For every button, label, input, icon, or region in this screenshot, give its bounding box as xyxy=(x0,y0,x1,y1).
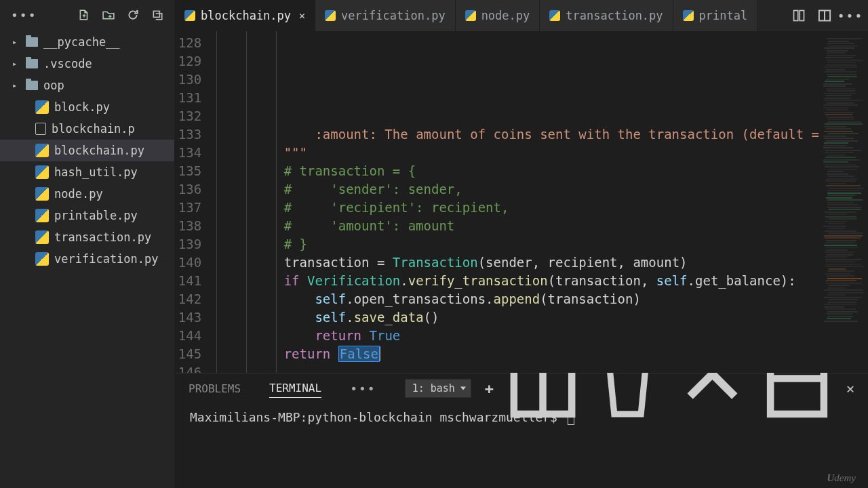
code-line[interactable]: # transaction = { xyxy=(222,162,819,180)
file-label: verification.py xyxy=(54,252,174,266)
file-blockchain.p[interactable]: blockchain.p xyxy=(0,118,174,140)
file-label: blockchain.p xyxy=(52,122,174,136)
code-line[interactable]: transaction = Transaction(sender, recipi… xyxy=(222,253,819,272)
split-editor-icon[interactable] xyxy=(818,9,831,22)
editor-tab-actions: ••• xyxy=(781,0,868,31)
chevron-right-icon: ▸ xyxy=(12,37,20,47)
folder-icon xyxy=(26,37,38,47)
code-line[interactable]: # 'recipient': recipient, xyxy=(222,199,819,217)
editor-tabs: blockchain.py✕ verification.py node.py t… xyxy=(175,0,868,31)
file-label: transaction.py xyxy=(54,230,174,244)
python-icon xyxy=(325,10,336,21)
chevron-right-icon: ▸ xyxy=(12,59,20,68)
refresh-icon[interactable] xyxy=(127,9,139,21)
folder-.vscode[interactable]: ▸ .vscode xyxy=(0,53,174,75)
folder-label: __pycache__ xyxy=(43,35,174,49)
terminal-selector[interactable]: 1: bash xyxy=(405,379,471,398)
code-line[interactable]: # 'amount': amount xyxy=(222,217,819,235)
tab-printal[interactable]: printal xyxy=(673,0,758,31)
code-line[interactable]: # 'sender': sender, xyxy=(222,180,819,199)
python-icon xyxy=(465,10,476,21)
python-icon xyxy=(35,252,49,266)
terminal-cursor xyxy=(568,411,574,425)
python-icon xyxy=(35,230,49,244)
tab-label: blockchain.py xyxy=(201,9,291,22)
more-actions-icon[interactable]: ••• xyxy=(844,9,857,22)
tab-node.py[interactable]: node.py xyxy=(456,0,540,31)
code-line[interactable]: """ xyxy=(222,144,819,162)
python-icon xyxy=(35,165,49,179)
new-terminal-icon[interactable]: + xyxy=(485,380,494,397)
file-tree[interactable]: ▸ __pycache__▸ .vscode▸ oopblock.pyblock… xyxy=(0,30,174,488)
folder-label: oop xyxy=(43,79,174,92)
file-blockchain.py[interactable]: blockchain.py xyxy=(0,140,174,161)
code-line[interactable]: self.open_transactions.append(transactio… xyxy=(222,290,819,308)
chevron-right-icon: ▸ xyxy=(12,81,20,90)
tab-label: node.py xyxy=(481,9,530,22)
code-editor[interactable]: 1281291301311321331341351361371381391401… xyxy=(175,31,868,373)
tab-terminal[interactable]: TERMINAL xyxy=(269,379,321,398)
tab-label: verification.py xyxy=(341,9,446,22)
line-gutter: 1281291301311321331341351361371381391401… xyxy=(175,31,216,373)
svg-rect-0 xyxy=(153,11,159,17)
code-line[interactable]: return True xyxy=(222,327,819,345)
code-line[interactable]: self.save_data() xyxy=(222,308,819,327)
editor-area: blockchain.py✕ verification.py node.py t… xyxy=(175,0,868,488)
file-hash_util.py[interactable]: hash_util.py xyxy=(0,161,174,183)
code-line[interactable] xyxy=(222,363,819,373)
file-printable.py[interactable]: printable.py xyxy=(0,205,174,226)
new-file-icon[interactable] xyxy=(78,9,90,21)
python-icon xyxy=(35,100,49,114)
tab-verification.py[interactable]: verification.py xyxy=(315,0,456,31)
tab-label: printal xyxy=(699,9,748,22)
terminal-body[interactable]: Maximilians-MBP:python-blockchain mschwa… xyxy=(175,403,868,488)
folder-icon xyxy=(26,59,38,68)
explorer-sidebar: ••• ▸ __pycache__▸ .vscode▸ xyxy=(0,0,175,488)
code-content[interactable]: :amount: The amount of coins sent with t… xyxy=(216,31,819,373)
svg-rect-2 xyxy=(800,11,804,21)
terminal-select[interactable]: 1: bash xyxy=(405,379,471,398)
file-block.py[interactable]: block.py xyxy=(0,96,174,118)
new-folder-icon[interactable] xyxy=(102,9,115,21)
python-icon xyxy=(35,187,49,201)
code-line[interactable]: if Verification.verify_transaction(trans… xyxy=(222,272,819,290)
svg-rect-1 xyxy=(794,11,798,21)
code-line[interactable]: return False xyxy=(222,345,819,363)
terminal-prompt: Maximilians-MBP:python-blockchain mschwa… xyxy=(190,410,565,424)
file-label: printable.py xyxy=(54,209,174,222)
file-label: blockchain.py xyxy=(54,144,174,157)
panel-more-icon[interactable]: ••• xyxy=(350,382,376,396)
compare-icon[interactable] xyxy=(792,9,806,22)
panel-tabs: PROBLEMS TERMINAL ••• 1: bash + xyxy=(175,373,868,403)
tab-problems[interactable]: PROBLEMS xyxy=(189,380,241,398)
tab-label: transaction.py xyxy=(566,9,663,22)
python-icon xyxy=(35,144,49,157)
tab-transaction.py[interactable]: transaction.py xyxy=(540,0,673,31)
file-label: hash_util.py xyxy=(54,165,174,179)
python-icon xyxy=(184,10,195,21)
folder-icon xyxy=(26,81,38,90)
file-node.py[interactable]: node.py xyxy=(0,183,174,205)
file-verification.py[interactable]: verification.py xyxy=(0,248,174,270)
code-line[interactable]: # } xyxy=(222,235,819,253)
python-icon xyxy=(549,10,560,21)
tab-blockchain.py[interactable]: blockchain.py✕ xyxy=(175,0,315,31)
code-line[interactable]: :amount: The amount of coins sent with t… xyxy=(222,125,819,144)
file-icon xyxy=(35,123,46,135)
file-transaction.py[interactable]: transaction.py xyxy=(0,226,174,248)
explorer-more-icon[interactable]: ••• xyxy=(11,8,37,22)
collapse-all-icon[interactable] xyxy=(151,9,163,21)
folder-label: .vscode xyxy=(43,57,174,70)
bottom-panel: PROBLEMS TERMINAL ••• 1: bash + xyxy=(175,373,868,488)
explorer-toolbar: ••• xyxy=(0,0,174,30)
folder-__pycache__[interactable]: ▸ __pycache__ xyxy=(0,31,174,53)
watermark: UUdemydemy xyxy=(827,472,856,484)
close-tab-icon[interactable]: ✕ xyxy=(299,9,305,22)
close-panel-icon[interactable]: ✕ xyxy=(846,380,854,396)
minimap[interactable] xyxy=(819,31,868,373)
python-icon xyxy=(683,10,694,21)
folder-oop[interactable]: ▸ oop xyxy=(0,75,174,96)
python-icon xyxy=(35,209,49,222)
file-label: node.py xyxy=(54,187,174,201)
file-label: block.py xyxy=(54,100,174,114)
